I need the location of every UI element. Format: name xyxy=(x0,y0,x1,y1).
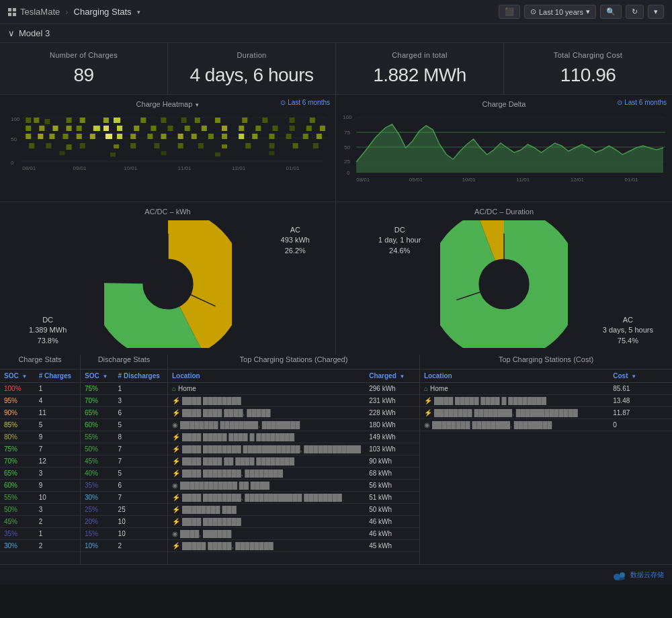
supercharger-icon: ⚡ xyxy=(172,457,180,465)
station-name[interactable]: ⚡████████ ████████, █████████████ xyxy=(420,407,609,419)
topbar: TeslaMate › Charging Stats ▾ ⬛ ⊙ Last 10… xyxy=(0,0,672,24)
list-item: 100%1 xyxy=(0,383,80,395)
station-name[interactable]: ⚡████ █████ ████ █ ████████ xyxy=(168,431,365,443)
svg-rect-62 xyxy=(317,134,322,139)
charge-count: 7 xyxy=(35,443,80,455)
top-cost-value-header[interactable]: Cost ▼ xyxy=(609,369,672,383)
soc-value: 70% xyxy=(0,455,35,468)
discharge-stats-count-header[interactable]: # Discharges xyxy=(114,369,167,383)
svg-rect-56 xyxy=(222,134,227,139)
more-button[interactable]: ▾ xyxy=(648,5,664,19)
station-name[interactable]: ⚡████ ████████ ████████████, ███████████… xyxy=(168,443,365,455)
charged-value: 103 kWh xyxy=(365,443,419,455)
station-name[interactable]: ⚡████ ████████ xyxy=(168,516,365,528)
svg-rect-64 xyxy=(46,143,51,148)
svg-rect-76 xyxy=(313,143,319,148)
refresh-button[interactable]: ↻ xyxy=(626,5,644,19)
top-charged-location-header[interactable]: Location xyxy=(168,369,365,383)
station-name[interactable]: ⌂Home xyxy=(420,383,609,395)
soc-value: 55% xyxy=(0,492,35,504)
svg-rect-50 xyxy=(130,134,136,139)
list-item: 15%10 xyxy=(81,528,167,540)
soc-value: 50% xyxy=(0,504,35,516)
heatmap-time-badge[interactable]: ⊙ Last 6 months xyxy=(280,99,330,106)
svg-rect-73 xyxy=(245,143,251,148)
svg-rect-7 xyxy=(34,118,39,123)
station-name[interactable]: ⚡████ ████████, ████████████ ████████ xyxy=(168,492,365,504)
station-name[interactable]: ◉████████████ ██ ████ xyxy=(168,480,365,492)
cost-value: 11.87 xyxy=(609,407,672,419)
svg-rect-80 xyxy=(215,152,220,157)
list-item: 75%7 xyxy=(0,443,80,455)
delta-time-badge[interactable]: ⊙ Last 6 months xyxy=(617,99,667,106)
charge-count: 5 xyxy=(35,419,80,431)
station-name[interactable]: ⌂Home xyxy=(168,383,365,395)
charge-stats-soc-header[interactable]: SOC ▼ xyxy=(0,369,35,383)
svg-text:09/01: 09/01 xyxy=(73,165,87,171)
soc-value: 60% xyxy=(0,480,35,492)
station-name[interactable]: ◉████████ ████████, ████████ xyxy=(168,419,365,431)
svg-rect-42 xyxy=(26,134,31,139)
svg-rect-24 xyxy=(52,126,58,131)
list-item: ◉████████ ████████, ████████180 kWh xyxy=(168,419,419,431)
list-item: ⚡████ ████████ ████████████, ███████████… xyxy=(168,443,419,455)
station-name[interactable]: ⚡████ ████ ████, █████ xyxy=(168,407,365,419)
station-name[interactable]: ◉████, ██████ xyxy=(168,528,365,540)
supercharger-icon: ⚡ xyxy=(172,518,180,525)
svg-text:50: 50 xyxy=(11,136,17,142)
svg-rect-33 xyxy=(185,126,190,131)
top-charged-value-header[interactable]: Charged ▼ xyxy=(365,369,419,383)
svg-rect-20 xyxy=(290,118,295,123)
station-name[interactable]: ⚡████ ████████ xyxy=(168,395,365,407)
tv-button[interactable]: ⬛ xyxy=(499,5,520,19)
pie-kwh-panel: AC/DC – kWh AC 493 kWh 26.2% xyxy=(0,202,336,355)
stat-card-charged: Charged in total 1.882 MWh xyxy=(336,43,504,94)
station-name[interactable]: ⚡████ ████ ██ ████ ████████ xyxy=(168,455,365,468)
station-name[interactable]: ⚡████████ ███ xyxy=(168,504,365,516)
title-dropdown-icon[interactable]: ▾ xyxy=(137,9,140,15)
list-item: 35%1 xyxy=(0,528,80,540)
footer-logo: 数据云存储 xyxy=(612,569,664,581)
stat-card-duration: Duration 4 days, 6 hours xyxy=(168,43,336,94)
soc-value: 10% xyxy=(81,540,114,552)
charge-count: 2 xyxy=(35,516,80,528)
discharge-count: 7 xyxy=(114,492,167,504)
footer-logo-icon xyxy=(612,569,628,581)
discharge-stats-soc-header[interactable]: SOC ▼ xyxy=(81,369,114,383)
supercharger-icon: ⚡ xyxy=(424,409,432,416)
charge-stats-count-header[interactable]: # Charges xyxy=(35,369,80,383)
svg-text:08/01: 08/01 xyxy=(22,165,36,171)
station-name[interactable]: ⚡█████ █████, ████████ xyxy=(168,540,365,552)
svg-rect-48 xyxy=(106,134,112,139)
list-item: 50%7 xyxy=(81,443,167,455)
list-item: ⚡████ ████████, ████████68 kWh xyxy=(168,468,419,480)
svg-rect-36 xyxy=(239,126,244,131)
pie-kwh-dc-label: DC 1.389 MWh 73.8% xyxy=(29,315,67,346)
svg-rect-8 xyxy=(44,119,50,124)
station-name[interactable]: ⚡████ ████████, ████████ xyxy=(168,468,365,480)
svg-rect-15 xyxy=(181,118,187,123)
pie-duration-dc-label: DC 1 day, 1 hour 24.6% xyxy=(378,225,421,256)
svg-rect-46 xyxy=(77,134,82,139)
delta-chart: 100 75 50 25 0 08/01 09/01 10/01 11/01 1… xyxy=(341,111,667,185)
station-name[interactable]: ◉████████ ████████, ████████ xyxy=(420,419,609,431)
search-button[interactable]: 🔍 xyxy=(600,5,622,19)
svg-rect-32 xyxy=(168,126,173,131)
stat-card-cost: Total Charging Cost 110.96 xyxy=(504,43,672,94)
collapse-icon[interactable]: ∨ xyxy=(8,28,15,38)
top-cost-location-header[interactable]: Location xyxy=(420,369,609,383)
svg-rect-58 xyxy=(252,134,257,139)
list-item: 65%3 xyxy=(0,468,80,480)
delta-panel: Charge Delta ⊙ Last 6 months 100 75 50 2… xyxy=(336,95,672,202)
heatmap-dd-icon[interactable]: ▾ xyxy=(196,101,199,108)
svg-rect-40 xyxy=(306,126,312,131)
charged-value: 45 kWh xyxy=(365,540,419,552)
station-name[interactable]: ⚡████ █████ ████ █ ████████ xyxy=(420,395,609,407)
heatmap-chart: 100 50 0 xyxy=(5,111,330,185)
grid-icon xyxy=(8,8,16,16)
svg-rect-27 xyxy=(93,126,100,131)
soc-value: 60% xyxy=(81,419,114,431)
list-item: ◉████, ██████46 kWh xyxy=(168,528,419,540)
time-range-button[interactable]: ⊙ Last 10 years ▾ xyxy=(524,5,596,19)
svg-text:12/01: 12/01 xyxy=(571,177,585,183)
